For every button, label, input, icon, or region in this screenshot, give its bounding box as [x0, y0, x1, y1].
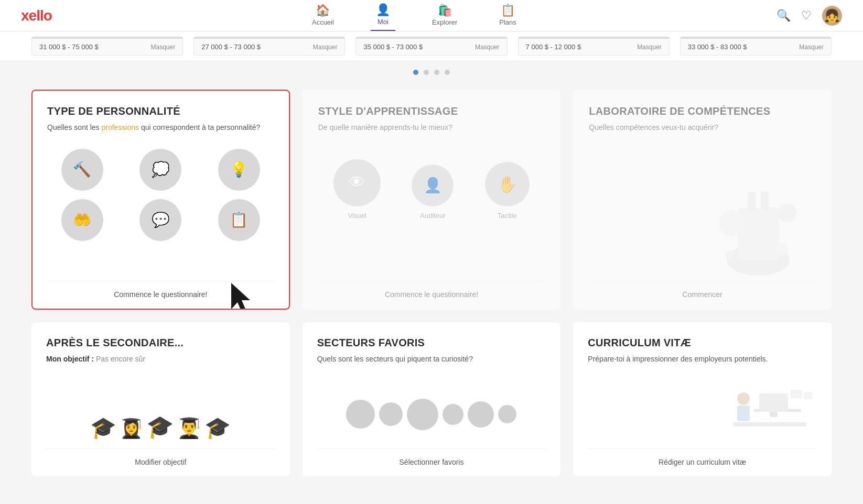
svg-rect-16 [804, 392, 812, 399]
lab-card[interactable]: LABORATOIRE DE COMPÉTENCES Quelles compé… [573, 90, 832, 310]
apres-cta[interactable]: Modifier objectif [135, 458, 186, 466]
learning-item-tactile: ✋ Tactile [485, 162, 530, 220]
search-icon[interactable]: 🔍 [776, 9, 791, 23]
bubble-3 [443, 404, 463, 425]
salary-range-1: 27 000 $ - 73 000 $ [201, 43, 261, 51]
svg-rect-12 [770, 412, 778, 417]
top-cards-grid: TYPE DE PERSONNALITÉ Quelles sont les pr… [31, 90, 832, 310]
favorites-icon[interactable]: ♡ [801, 9, 812, 23]
learning-card[interactable]: STYLE D'APPRENTISSAGE De quelle manière … [303, 90, 561, 310]
masquer-btn-0[interactable]: Masquer [151, 43, 176, 51]
personality-icon-3: 🤲 [61, 199, 103, 241]
learning-item-visuel: 👁 Visuel [333, 159, 381, 220]
auditeur-icon: 👤 [412, 165, 454, 206]
apres-card[interactable]: APRÈS LE SECONDAIRE... Mon objectif : Pa… [31, 322, 290, 476]
logo-text: xell [21, 7, 44, 24]
salary-range-4: 33 000 $ - 83 000 $ [688, 43, 747, 51]
logo-o: o [44, 7, 52, 24]
secteur-bubbles [317, 375, 546, 448]
visuel-icon: 👁 [333, 159, 381, 206]
masquer-btn-1[interactable]: Masquer [313, 43, 338, 51]
dot-3[interactable] [445, 70, 450, 75]
secteurs-title: SECTEURS FAVORIS [317, 337, 546, 349]
secteurs-card[interactable]: SECTEURS FAVORIS Quels sont les secteurs… [303, 322, 561, 476]
cv-card[interactable]: CURRICULUM VITÆ Prépare-toi à impression… [573, 322, 832, 476]
salary-card-1: 27 000 $ - 73 000 $ Masquer [193, 37, 345, 56]
personality-card[interactable]: TYPE DE PERSONNALITÉ Quelles sont les pr… [31, 90, 290, 310]
apres-title: APRÈS LE SECONDAIRE... [46, 337, 275, 349]
salary-card-3: 7 000 $ - 12 000 $ Masquer [518, 37, 670, 56]
svg-rect-11 [759, 393, 788, 412]
logo[interactable]: xello [21, 7, 52, 24]
cv-footer: Rédiger un curriculum vitæ [588, 448, 817, 476]
grad-1: 👩‍🎓 [120, 419, 143, 438]
dot-2[interactable] [434, 70, 439, 75]
cv-subtitle: Prépare-toi à impressionner des employeu… [588, 354, 817, 365]
grad-0: 🎓 [90, 417, 116, 438]
cv-illustration [588, 375, 817, 448]
personality-icons-grid: 🔨 💭 💡 🤲 💬 📋 [47, 149, 274, 241]
svg-point-13 [737, 392, 750, 405]
nav-explorer-label: Explorer [432, 18, 457, 26]
salary-card-2: 35 000 $ - 73 000 $ Masquer [355, 37, 507, 56]
user-icon: 👤 [376, 4, 390, 16]
salary-range-0: 31 000 $ - 75 000 $ [39, 43, 99, 51]
visuel-label: Visuel [348, 212, 366, 220]
plans-icon: 📋 [501, 5, 515, 16]
svg-rect-4 [761, 192, 769, 210]
header-actions: 🔍 ♡ 👧 [776, 6, 842, 26]
nav-accueil[interactable]: 🏠 Accueil [307, 1, 339, 30]
learning-icons: 👁 Visuel 👤 Auditeur ✋ Tactile [318, 149, 545, 230]
graduates-row: 🎓 👩‍🎓 🎓 👨‍🎓 🎓 [46, 375, 275, 448]
personality-cta[interactable]: Commence le questionnaire! [114, 290, 207, 299]
masquer-btn-3[interactable]: Masquer [637, 43, 662, 51]
personality-icon-2: 💡 [218, 149, 260, 191]
masquer-btn-4[interactable]: Masquer [799, 43, 824, 51]
svg-rect-2 [737, 207, 779, 260]
avatar-image: 👧 [824, 8, 840, 23]
personality-footer: Commence le questionnaire! [47, 281, 274, 309]
nav-plans-label: Plans [499, 18, 516, 26]
bubble-1 [379, 402, 403, 426]
salary-card-0: 31 000 $ - 75 000 $ Masquer [31, 37, 183, 56]
learning-footer: Commence le questionnaire! [318, 281, 545, 309]
secteurs-cta[interactable]: Sélectionner favoris [400, 458, 464, 466]
grad-2: 🎓 [146, 416, 174, 438]
objective-label: Mon objectif : [46, 355, 94, 363]
main-nav: 🏠 Accueil 👤 Moi 🛍️ Explorer 📋 Plans [307, 0, 522, 31]
tactile-label: Tactile [498, 212, 517, 220]
secteurs-subtitle: Quels sont les secteurs qui piquent ta c… [317, 354, 546, 365]
secteurs-footer: Sélectionner favoris [317, 448, 546, 476]
personality-icon-1: 💭 [139, 149, 181, 191]
personality-title: TYPE DE PERSONNALITÉ [47, 105, 274, 117]
lab-illustration [589, 144, 816, 281]
grad-4: 🎓 [204, 417, 231, 438]
cv-title: CURRICULUM VITÆ [588, 337, 817, 349]
svg-point-7 [775, 243, 788, 256]
explorer-icon: 🛍️ [438, 5, 452, 16]
nav-moi[interactable]: 👤 Moi [371, 0, 395, 31]
dot-0[interactable] [413, 70, 418, 75]
masquer-btn-2[interactable]: Masquer [475, 43, 500, 51]
personality-icon-5: 📋 [218, 199, 260, 241]
personality-link[interactable]: professions [102, 123, 139, 132]
learning-cta[interactable]: Commence le questionnaire! [385, 290, 478, 299]
lab-footer: Commencer [589, 281, 816, 309]
lab-subtitle: Quelles compétences veux-tu acquérir? [589, 123, 816, 133]
salary-range-3: 7 000 $ - 12 000 $ [526, 43, 581, 51]
lab-cta[interactable]: Commencer [683, 290, 722, 299]
svg-rect-9 [733, 422, 806, 426]
nav-plans[interactable]: 📋 Plans [494, 1, 522, 30]
nav-explorer[interactable]: 🛍️ Explorer [427, 1, 462, 30]
bubble-5 [498, 405, 516, 423]
pagination-dots [0, 61, 863, 79]
personality-icon-0: 🔨 [61, 149, 103, 191]
avatar[interactable]: 👧 [822, 6, 842, 26]
dot-1[interactable] [424, 70, 429, 75]
apres-objective: Mon objectif : Pas encore sûr [46, 354, 275, 365]
home-icon: 🏠 [316, 5, 330, 16]
cv-cta[interactable]: Rédiger un curriculum vitæ [659, 458, 746, 466]
svg-rect-3 [748, 192, 756, 210]
bubble-4 [468, 401, 494, 428]
salary-card-4: 33 000 $ - 83 000 $ Masquer [680, 37, 832, 56]
